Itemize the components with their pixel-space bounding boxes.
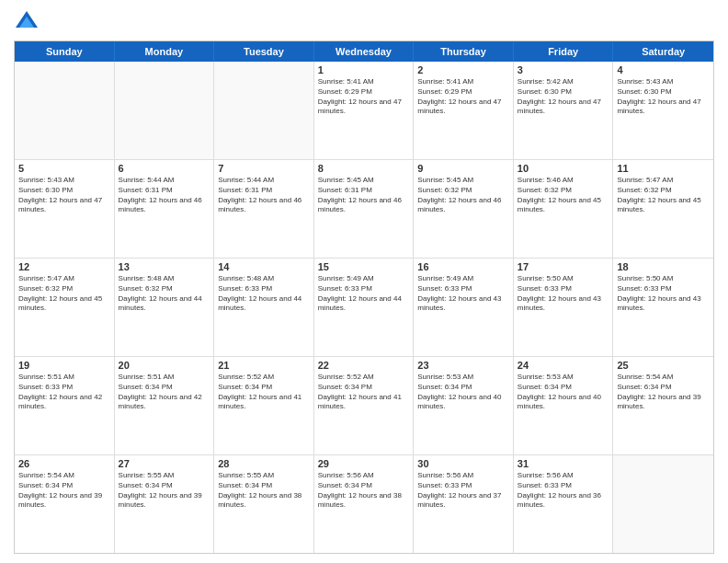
- logo: [14, 9, 43, 35]
- day-number: 13: [119, 261, 210, 272]
- cell-info: Sunrise: 5:50 AM Sunset: 6:33 PM Dayligh…: [617, 274, 710, 314]
- calendar-cell: 27Sunrise: 5:55 AM Sunset: 6:34 PM Dayli…: [115, 455, 215, 553]
- calendar-cell: 29Sunrise: 5:56 AM Sunset: 6:34 PM Dayli…: [314, 455, 415, 553]
- day-number: 3: [518, 64, 609, 75]
- calendar-cell: 24Sunrise: 5:53 AM Sunset: 6:34 PM Dayli…: [514, 357, 614, 454]
- cell-info: Sunrise: 5:50 AM Sunset: 6:33 PM Dayligh…: [518, 274, 609, 314]
- cell-info: Sunrise: 5:56 AM Sunset: 6:33 PM Dayligh…: [518, 471, 609, 511]
- day-number: 25: [617, 360, 710, 371]
- calendar-cell: 18Sunrise: 5:50 AM Sunset: 6:33 PM Dayli…: [613, 259, 713, 356]
- calendar-row: 5Sunrise: 5:43 AM Sunset: 6:30 PM Daylig…: [15, 160, 713, 259]
- day-number: 18: [617, 261, 710, 272]
- calendar-header-cell: Thursday: [414, 41, 514, 62]
- calendar-cell: 11Sunrise: 5:47 AM Sunset: 6:32 PM Dayli…: [613, 160, 713, 258]
- cell-info: Sunrise: 5:55 AM Sunset: 6:34 PM Dayligh…: [119, 471, 210, 511]
- cell-info: Sunrise: 5:45 AM Sunset: 6:31 PM Dayligh…: [318, 176, 410, 215]
- calendar-row: 26Sunrise: 5:54 AM Sunset: 6:34 PM Dayli…: [15, 455, 713, 553]
- calendar-cell: [214, 62, 314, 159]
- calendar-cell: 15Sunrise: 5:49 AM Sunset: 6:33 PM Dayli…: [314, 259, 415, 356]
- calendar-cell: 28Sunrise: 5:55 AM Sunset: 6:34 PM Dayli…: [214, 455, 314, 553]
- calendar-header-cell: Wednesday: [314, 41, 415, 62]
- header: [14, 9, 714, 35]
- cell-info: Sunrise: 5:55 AM Sunset: 6:34 PM Dayligh…: [218, 471, 310, 511]
- cell-info: Sunrise: 5:46 AM Sunset: 6:32 PM Dayligh…: [518, 176, 609, 215]
- cell-info: Sunrise: 5:52 AM Sunset: 6:34 PM Dayligh…: [218, 373, 310, 412]
- day-number: 29: [318, 458, 410, 469]
- day-number: 23: [417, 360, 509, 371]
- calendar-cell: 19Sunrise: 5:51 AM Sunset: 6:33 PM Dayli…: [15, 357, 115, 454]
- cell-info: Sunrise: 5:48 AM Sunset: 6:32 PM Dayligh…: [119, 274, 210, 314]
- calendar-cell: [115, 62, 215, 159]
- day-number: 19: [18, 360, 110, 371]
- calendar-cell: 6Sunrise: 5:44 AM Sunset: 6:31 PM Daylig…: [115, 160, 215, 258]
- day-number: 1: [318, 64, 410, 75]
- day-number: 12: [18, 261, 110, 272]
- cell-info: Sunrise: 5:44 AM Sunset: 6:31 PM Dayligh…: [218, 176, 310, 215]
- cell-info: Sunrise: 5:41 AM Sunset: 6:29 PM Dayligh…: [417, 77, 509, 117]
- day-number: 10: [518, 163, 609, 174]
- day-number: 30: [417, 458, 509, 469]
- calendar-cell: 9Sunrise: 5:45 AM Sunset: 6:32 PM Daylig…: [414, 160, 514, 258]
- calendar-cell: 10Sunrise: 5:46 AM Sunset: 6:32 PM Dayli…: [514, 160, 614, 258]
- cell-info: Sunrise: 5:54 AM Sunset: 6:34 PM Dayligh…: [617, 373, 710, 412]
- calendar-cell: 30Sunrise: 5:56 AM Sunset: 6:33 PM Dayli…: [414, 455, 514, 553]
- day-number: 6: [119, 163, 210, 174]
- calendar-cell: 7Sunrise: 5:44 AM Sunset: 6:31 PM Daylig…: [214, 160, 314, 258]
- calendar-header-cell: Monday: [115, 41, 215, 62]
- day-number: 16: [417, 261, 509, 272]
- day-number: 4: [617, 64, 710, 75]
- calendar-cell: 8Sunrise: 5:45 AM Sunset: 6:31 PM Daylig…: [314, 160, 415, 258]
- cell-info: Sunrise: 5:44 AM Sunset: 6:31 PM Dayligh…: [119, 176, 210, 215]
- calendar-cell: 14Sunrise: 5:48 AM Sunset: 6:33 PM Dayli…: [214, 259, 314, 356]
- calendar-row: 12Sunrise: 5:47 AM Sunset: 6:32 PM Dayli…: [15, 259, 713, 357]
- day-number: 9: [417, 163, 509, 174]
- day-number: 20: [119, 360, 210, 371]
- calendar-header: SundayMondayTuesdayWednesdayThursdayFrid…: [15, 41, 713, 62]
- cell-info: Sunrise: 5:52 AM Sunset: 6:34 PM Dayligh…: [318, 373, 410, 412]
- calendar-cell: 23Sunrise: 5:53 AM Sunset: 6:34 PM Dayli…: [414, 357, 514, 454]
- calendar-cell: 2Sunrise: 5:41 AM Sunset: 6:29 PM Daylig…: [414, 62, 514, 159]
- cell-info: Sunrise: 5:49 AM Sunset: 6:33 PM Dayligh…: [417, 274, 509, 314]
- calendar-cell: 21Sunrise: 5:52 AM Sunset: 6:34 PM Dayli…: [214, 357, 314, 454]
- cell-info: Sunrise: 5:48 AM Sunset: 6:33 PM Dayligh…: [218, 274, 310, 314]
- day-number: 7: [218, 163, 310, 174]
- calendar-cell: 1Sunrise: 5:41 AM Sunset: 6:29 PM Daylig…: [314, 62, 415, 159]
- calendar-cell: 17Sunrise: 5:50 AM Sunset: 6:33 PM Dayli…: [514, 259, 614, 356]
- cell-info: Sunrise: 5:51 AM Sunset: 6:34 PM Dayligh…: [119, 373, 210, 412]
- calendar-cell: 25Sunrise: 5:54 AM Sunset: 6:34 PM Dayli…: [613, 357, 713, 454]
- day-number: 28: [218, 458, 310, 469]
- calendar-cell: [613, 455, 713, 553]
- calendar-body: 1Sunrise: 5:41 AM Sunset: 6:29 PM Daylig…: [15, 62, 713, 553]
- cell-info: Sunrise: 5:43 AM Sunset: 6:30 PM Dayligh…: [617, 77, 710, 117]
- cell-info: Sunrise: 5:41 AM Sunset: 6:29 PM Dayligh…: [318, 77, 410, 117]
- calendar-row: 1Sunrise: 5:41 AM Sunset: 6:29 PM Daylig…: [15, 62, 713, 160]
- calendar-header-cell: Sunday: [15, 41, 115, 62]
- calendar: SundayMondayTuesdayWednesdayThursdayFrid…: [14, 40, 714, 554]
- day-number: 14: [218, 261, 310, 272]
- logo-icon: [14, 9, 40, 35]
- calendar-cell: 4Sunrise: 5:43 AM Sunset: 6:30 PM Daylig…: [613, 62, 713, 159]
- day-number: 17: [518, 261, 609, 272]
- calendar-cell: 16Sunrise: 5:49 AM Sunset: 6:33 PM Dayli…: [414, 259, 514, 356]
- cell-info: Sunrise: 5:56 AM Sunset: 6:34 PM Dayligh…: [318, 471, 410, 511]
- calendar-cell: 31Sunrise: 5:56 AM Sunset: 6:33 PM Dayli…: [514, 455, 614, 553]
- day-number: 24: [518, 360, 609, 371]
- cell-info: Sunrise: 5:45 AM Sunset: 6:32 PM Dayligh…: [417, 176, 509, 215]
- calendar-cell: 22Sunrise: 5:52 AM Sunset: 6:34 PM Dayli…: [314, 357, 415, 454]
- calendar-cell: 3Sunrise: 5:42 AM Sunset: 6:30 PM Daylig…: [514, 62, 614, 159]
- cell-info: Sunrise: 5:53 AM Sunset: 6:34 PM Dayligh…: [518, 373, 609, 412]
- calendar-cell: 5Sunrise: 5:43 AM Sunset: 6:30 PM Daylig…: [15, 160, 115, 258]
- calendar-cell: 13Sunrise: 5:48 AM Sunset: 6:32 PM Dayli…: [115, 259, 215, 356]
- cell-info: Sunrise: 5:51 AM Sunset: 6:33 PM Dayligh…: [18, 373, 110, 412]
- day-number: 26: [18, 458, 110, 469]
- day-number: 15: [318, 261, 410, 272]
- cell-info: Sunrise: 5:42 AM Sunset: 6:30 PM Dayligh…: [518, 77, 609, 117]
- cell-info: Sunrise: 5:49 AM Sunset: 6:33 PM Dayligh…: [318, 274, 410, 314]
- cell-info: Sunrise: 5:53 AM Sunset: 6:34 PM Dayligh…: [417, 373, 509, 412]
- calendar-cell: [15, 62, 115, 159]
- calendar-cell: 20Sunrise: 5:51 AM Sunset: 6:34 PM Dayli…: [115, 357, 215, 454]
- day-number: 27: [119, 458, 210, 469]
- calendar-cell: 12Sunrise: 5:47 AM Sunset: 6:32 PM Dayli…: [15, 259, 115, 356]
- cell-info: Sunrise: 5:47 AM Sunset: 6:32 PM Dayligh…: [617, 176, 710, 215]
- calendar-cell: 26Sunrise: 5:54 AM Sunset: 6:34 PM Dayli…: [15, 455, 115, 553]
